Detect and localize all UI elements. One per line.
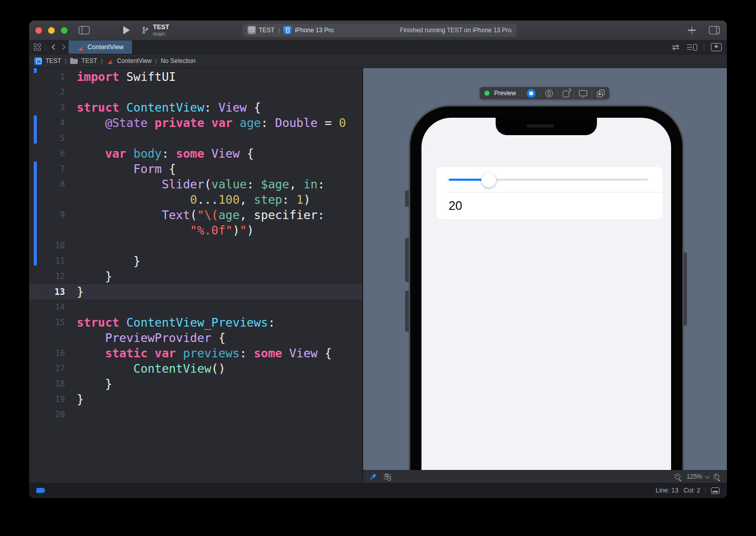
code-line[interactable]: 17 ContentView() (29, 361, 362, 376)
code-line[interactable]: 12 } (29, 269, 362, 284)
code-line[interactable]: 6 var body: some View { (29, 146, 362, 161)
live-preview-button[interactable] (527, 89, 536, 98)
zoom-in-icon (713, 473, 721, 481)
close-window-button[interactable] (35, 27, 42, 34)
breadcrumb-item[interactable]: ContentView (117, 57, 152, 65)
chevron-separator: 〉 (65, 58, 67, 65)
line-number[interactable] (29, 223, 65, 238)
breadcrumb-item[interactable]: TEST (81, 57, 97, 65)
line-number[interactable]: 7 (29, 161, 65, 177)
line-number[interactable]: 20 (29, 407, 65, 422)
line-number[interactable] (29, 192, 65, 207)
back-button[interactable] (51, 44, 56, 51)
code-line[interactable]: PreviewProvider { (29, 330, 362, 346)
preview-bottom-bar: 125% (363, 470, 727, 483)
code-line[interactable]: 5 (29, 131, 362, 146)
form-card: 20 (436, 167, 662, 219)
code-line[interactable]: 3struct ContentView: View { (29, 100, 362, 115)
code-line[interactable]: 4 @State private var age: Double = 0 (29, 115, 362, 131)
slider-thumb[interactable] (481, 173, 496, 187)
line-number[interactable]: 13 (29, 284, 65, 299)
zoom-level-value: 125% (686, 473, 702, 480)
device-settings-button[interactable] (545, 90, 553, 97)
breadcrumb-item[interactable]: No Selection (161, 57, 195, 65)
code-line[interactable]: 15struct ContentView_Previews: (29, 315, 362, 330)
zoom-in-button[interactable] (713, 473, 721, 481)
pin-preview-button[interactable] (369, 473, 377, 481)
code-line[interactable]: 9 Text("\(age, specifier: (29, 207, 362, 223)
editor-options-button[interactable] (687, 44, 697, 51)
zoom-level-menu[interactable]: 125% (686, 473, 708, 480)
line-number[interactable]: 18 (29, 376, 65, 392)
code-line[interactable]: 13} (29, 284, 362, 299)
line-number[interactable]: 11 (29, 253, 65, 269)
slider-track[interactable] (449, 179, 648, 181)
scheme-name[interactable]: TEST (259, 27, 275, 34)
line-number[interactable]: 10 (29, 238, 65, 253)
progress-indicator (36, 488, 45, 493)
line-number[interactable]: 3 (29, 100, 65, 115)
code-line[interactable]: 0...100, step: 1) (29, 192, 362, 207)
editor-layout-icon[interactable] (711, 487, 720, 494)
editor-arrangement-button[interactable] (671, 44, 680, 51)
minimize-window-button[interactable] (48, 27, 55, 34)
line-number[interactable]: 1 (29, 69, 65, 84)
line-number[interactable]: 15 (29, 315, 65, 330)
cursor-line-indicator: Line: 13 (656, 487, 678, 494)
tab-overview-icon (34, 44, 41, 51)
navigator-toggle-button[interactable] (79, 26, 90, 34)
breadcrumb-item[interactable]: TEST (46, 57, 61, 65)
chevron-separator: 〉 (155, 58, 158, 65)
source-editor[interactable]: 1import SwiftUI23struct ContentView: Vie… (29, 68, 362, 483)
line-number[interactable]: 6 (29, 146, 65, 161)
code-text: @State private var age: Double = 0 (65, 115, 346, 131)
scheme-summary[interactable]: TEST main (141, 24, 169, 37)
chevron-separator: 〉 (101, 58, 103, 65)
line-number[interactable]: 16 (29, 346, 65, 361)
code-line[interactable]: 2 (29, 84, 362, 100)
code-line[interactable]: 18 } (29, 376, 362, 392)
tab-overview-button[interactable] (34, 44, 41, 51)
code-line[interactable]: 14 (29, 299, 362, 315)
code-text: 0...100, step: 1) (65, 192, 310, 207)
line-number[interactable]: 12 (29, 269, 65, 284)
preview-adjust-button[interactable] (384, 474, 391, 480)
code-line[interactable]: 1import SwiftUI (29, 69, 362, 84)
code-line[interactable]: "%.0f")") (29, 223, 362, 238)
line-number[interactable] (29, 330, 65, 346)
new-tab-button[interactable] (688, 27, 696, 34)
line-number[interactable]: 2 (29, 84, 65, 100)
line-number[interactable]: 17 (29, 361, 65, 376)
window-controls (35, 27, 68, 34)
divider (540, 90, 541, 97)
code-line[interactable]: 8 Slider(value: $age, in: (29, 177, 362, 192)
line-number[interactable]: 8 (29, 177, 65, 192)
code-line[interactable]: 11 } (29, 253, 362, 269)
activity-viewer[interactable]: TEST 〉 iPhone 13 Pro Finished running TE… (242, 24, 517, 37)
project-title: TEST (153, 24, 169, 31)
line-number[interactable]: 9 (29, 207, 65, 223)
zoom-out-button[interactable] (674, 473, 682, 481)
tab-contentview[interactable]: ContentView (69, 40, 132, 54)
preview-on-device-button[interactable] (579, 90, 587, 96)
code-line[interactable]: 20 (29, 407, 362, 422)
line-number[interactable]: 14 (29, 299, 65, 315)
code-text: "%.0f")") (65, 223, 254, 238)
run-button[interactable] (123, 26, 130, 34)
orientation-button[interactable] (563, 90, 569, 97)
age-slider[interactable] (436, 167, 662, 192)
code-line[interactable]: 7 Form { (29, 161, 362, 177)
line-number[interactable]: 19 (29, 392, 65, 407)
run-destination[interactable]: iPhone 13 Pro (295, 27, 333, 34)
inspector-toggle-button[interactable] (709, 26, 720, 34)
code-line[interactable]: 16 static var previews: some View { (29, 346, 362, 361)
line-number[interactable]: 5 (29, 131, 65, 146)
code-line[interactable]: 19} (29, 392, 362, 407)
editor-options-icon (687, 44, 697, 51)
duplicate-preview-button[interactable] (597, 90, 605, 97)
fullscreen-window-button[interactable] (61, 27, 68, 34)
line-number[interactable]: 4 (29, 115, 65, 131)
code-line[interactable]: 10 (29, 238, 362, 253)
forward-button[interactable] (61, 44, 66, 51)
split-editor-button[interactable] (711, 43, 722, 51)
